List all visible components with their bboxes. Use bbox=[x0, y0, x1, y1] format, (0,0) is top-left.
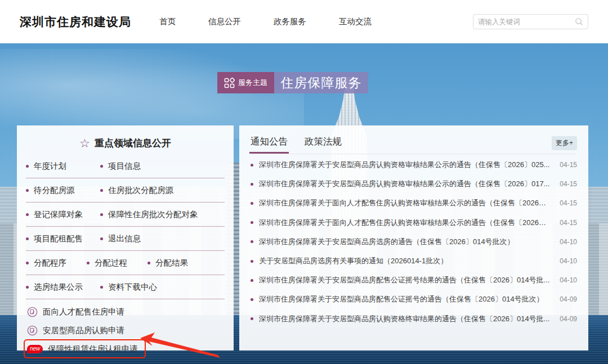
bullet-icon bbox=[100, 189, 103, 192]
left-link-label: 待分配房源 bbox=[34, 185, 75, 196]
left-link-label: 住房批次分配房源 bbox=[108, 185, 173, 196]
search-box[interactable] bbox=[473, 14, 588, 29]
notice-item[interactable]: 深圳市住房保障署关于安居型商品房配售公证摇号结果的通告（住保售〔2026〕014… bbox=[251, 271, 577, 290]
new-badge: new bbox=[27, 345, 43, 353]
left-link-alloc-process[interactable]: 分配过程 bbox=[87, 258, 145, 268]
bullet-icon bbox=[251, 164, 253, 167]
notice-item[interactable]: 深圳市住房保障署关于面向人才配售住房认购资格审核结果公示的通告（住保售〔2026… bbox=[251, 194, 577, 213]
application-form-icon bbox=[27, 325, 38, 336]
left-link-selection-result[interactable]: 选房结果公示 bbox=[26, 282, 98, 293]
notice-item[interactable]: 深圳市住房保障署关于安居型商品房认购资格审核结果公示的通告（住保售〔2026〕0… bbox=[251, 155, 577, 174]
bullet-icon bbox=[251, 221, 253, 224]
left-link-label: 年度计划 bbox=[34, 161, 66, 172]
tab-policies[interactable]: 政策法规 bbox=[305, 136, 342, 154]
left-panel-title-row: ☆ 重点领域信息公开 bbox=[26, 137, 225, 150]
left-link-batch-housing[interactable]: 住房批次分配房源 bbox=[100, 185, 173, 196]
notice-title: 深圳市住房保障署关于面向人才配售住房认购资格审核结果公示的通告（住保售〔2026… bbox=[259, 198, 551, 208]
left-link-label: 项目信息 bbox=[108, 161, 141, 172]
bullet-icon bbox=[26, 189, 29, 192]
bullet-icon bbox=[100, 286, 103, 289]
notice-item[interactable]: 深圳市住房保障署关于面向人才配售住房认购资格审核结果公示的通告（住保售〔2026… bbox=[251, 213, 577, 232]
left-link-label: 分配程序 bbox=[34, 258, 66, 268]
main-nav: 首页 信息公开 政务服务 互动交流 bbox=[159, 16, 372, 27]
service-theme-badge: 服务主题 住房保障服务 bbox=[217, 72, 368, 93]
bullet-icon bbox=[251, 317, 253, 320]
link-row: 分配程序 分配过程 分配结果 bbox=[26, 251, 225, 275]
divider bbox=[251, 154, 577, 154]
app-link-rental-housing[interactable]: new 保障性租赁住房认租申请 bbox=[26, 341, 141, 356]
app-link-anju-housing[interactable]: 安居型商品房认购申请 bbox=[26, 323, 128, 338]
bullet-icon bbox=[87, 262, 90, 264]
notice-item[interactable]: 关于安居型商品房选房有关事项的通知（2026014-1批次） 04-10 bbox=[251, 251, 577, 271]
bullet-icon bbox=[26, 286, 29, 289]
notices-header: 通知公告 政策法规 更多+ bbox=[251, 133, 577, 154]
app-link-label: 面向人才配售住房申请 bbox=[43, 307, 124, 317]
left-link-pending-housing[interactable]: 待分配房源 bbox=[26, 185, 98, 196]
notices-panel: 通知公告 政策法规 更多+ 深圳市住房保障署关于安居型商品房认购资格审核结果公示… bbox=[239, 125, 588, 350]
notice-item[interactable]: 深圳市住房保障署关于安居型商品房选房的通告（住保售〔2026〕014号批次） 0… bbox=[251, 232, 577, 251]
left-link-label: 分配过程 bbox=[95, 258, 127, 268]
bullet-icon bbox=[251, 298, 253, 301]
notice-date: 04-10 bbox=[560, 238, 577, 246]
notice-title: 深圳市住房保障署关于安居型商品房配售公证摇号的通告（住保售〔2026〕014号批… bbox=[259, 294, 551, 304]
service-theme-label: 服务主题 bbox=[217, 72, 274, 93]
notice-title: 关于安居型商品房选房有关事项的通知（2026014-1批次） bbox=[259, 256, 551, 266]
nav-item-interaction[interactable]: 互动交流 bbox=[339, 16, 372, 27]
bullet-icon bbox=[26, 165, 29, 168]
bullet-icon bbox=[251, 279, 253, 282]
left-link-exit-info[interactable]: 退出信息 bbox=[100, 233, 172, 244]
notice-item[interactable]: 深圳市住房保障署关于安居型商品房认购资格终审结果的通告（住保售〔2026〕014… bbox=[251, 309, 577, 329]
notice-title: 深圳市住房保障署关于安居型商品房认购资格审核结果公示的通告（住保售〔2026〕0… bbox=[259, 160, 551, 170]
app-link-talent-housing[interactable]: 面向人才配售住房申请 bbox=[26, 304, 128, 319]
service-theme-text: 服务主题 bbox=[238, 78, 267, 88]
notice-title: 深圳市住房保障署关于安居型商品房选房的通告（住保售〔2026〕014号批次） bbox=[259, 237, 551, 247]
notice-date: 04-15 bbox=[560, 219, 577, 227]
notice-title: 深圳市住房保障署关于面向人才配售住房认购资格审核结果公示的通告（住保售〔2026… bbox=[259, 218, 551, 228]
left-link-alloc-result[interactable]: 分配结果 bbox=[147, 258, 206, 268]
nav-item-info-disclosure[interactable]: 信息公开 bbox=[208, 16, 241, 27]
bullet-icon bbox=[251, 183, 253, 186]
bullet-icon bbox=[100, 237, 103, 240]
notice-tabs: 通知公告 政策法规 bbox=[251, 136, 342, 154]
application-form-icon bbox=[27, 307, 38, 317]
app-link-label: 保障性租赁住房认租申请 bbox=[48, 344, 138, 354]
more-button[interactable]: 更多+ bbox=[552, 136, 577, 150]
link-row: 项目配租配售 退出信息 bbox=[26, 227, 225, 251]
bullet-icon bbox=[100, 165, 103, 168]
search-input[interactable] bbox=[478, 18, 575, 26]
left-link-label: 登记保障对象 bbox=[34, 209, 83, 220]
bullet-icon bbox=[147, 262, 150, 264]
left-link-label: 项目配租配售 bbox=[34, 233, 83, 244]
notice-date: 04-09 bbox=[560, 315, 577, 323]
tab-notices[interactable]: 通知公告 bbox=[251, 136, 288, 154]
star-icon: ☆ bbox=[79, 137, 90, 149]
left-link-annual-plan[interactable]: 年度计划 bbox=[26, 161, 98, 172]
left-link-project-info[interactable]: 项目信息 bbox=[100, 161, 172, 172]
left-link-alloc-procedure[interactable]: 分配程序 bbox=[26, 258, 84, 268]
search-icon[interactable] bbox=[575, 17, 583, 26]
left-link-registered-targets[interactable]: 登记保障对象 bbox=[26, 209, 98, 220]
bullet-icon bbox=[251, 260, 253, 263]
left-link-rent-sale[interactable]: 项目配租配售 bbox=[26, 233, 98, 244]
hero-banner: 服务主题 住房保障服务 ☆ 重点领域信息公开 年度计划 项目信息 待分配房源 住… bbox=[0, 43, 608, 364]
bullet-icon bbox=[26, 213, 29, 216]
notice-item[interactable]: 深圳市住房保障署关于安居型商品房配售公证摇号的通告（住保售〔2026〕014号批… bbox=[251, 290, 577, 309]
key-info-panel: ☆ 重点领域信息公开 年度计划 项目信息 待分配房源 住房批次分配房源 登记保障… bbox=[17, 125, 234, 350]
left-link-label: 保障性住房批次分配对象 bbox=[108, 209, 198, 220]
notice-date: 04-15 bbox=[560, 180, 577, 188]
notice-title: 深圳市住房保障署关于安居型商品房认购资格审核结果公示的通告（住保售〔2026〕0… bbox=[259, 179, 551, 189]
left-link-batch-targets[interactable]: 保障性住房批次分配对象 bbox=[100, 209, 198, 220]
notice-date: 04-10 bbox=[560, 276, 577, 284]
left-link-download-center[interactable]: 资料下载中心 bbox=[100, 282, 172, 293]
left-link-label: 分配结果 bbox=[155, 258, 188, 268]
notice-item[interactable]: 深圳市住房保障署关于安居型商品房认购资格审核结果公示的通告（住保售〔2026〕0… bbox=[251, 174, 577, 194]
link-row: 登记保障对象 保障性住房批次分配对象 bbox=[26, 203, 225, 227]
notice-date: 04-09 bbox=[560, 295, 577, 303]
link-row: 年度计划 项目信息 bbox=[26, 154, 225, 178]
bullet-icon bbox=[251, 202, 253, 205]
nav-item-home[interactable]: 首页 bbox=[159, 16, 176, 27]
left-link-label: 资料下载中心 bbox=[108, 282, 157, 293]
top-header: 深圳市住房和建设局 首页 信息公开 政务服务 互动交流 bbox=[0, 0, 608, 43]
red-arrow-annotation bbox=[138, 331, 222, 358]
nav-item-gov-services[interactable]: 政务服务 bbox=[274, 16, 306, 27]
